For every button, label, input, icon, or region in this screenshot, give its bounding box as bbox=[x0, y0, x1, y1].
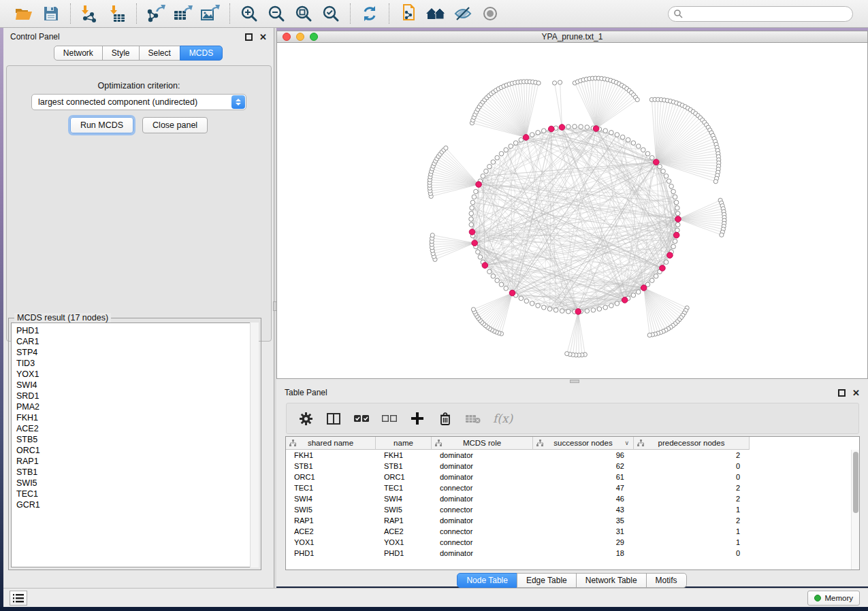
export-table-icon[interactable] bbox=[173, 3, 193, 24]
mcds-result-item[interactable]: ACE2 bbox=[12, 423, 258, 434]
scrollbar-thumb[interactable] bbox=[853, 452, 858, 513]
network-view-window: YPA_prune.txt_1 bbox=[276, 31, 868, 379]
table-row[interactable]: ORC1ORC1dominator610 bbox=[286, 472, 851, 482]
table-row[interactable]: RAP1RAP1dominator352 bbox=[286, 515, 851, 526]
mcds-result-item[interactable]: STB5 bbox=[12, 434, 258, 445]
table-scrollbar[interactable] bbox=[851, 450, 859, 569]
mcds-result-item[interactable]: SWI4 bbox=[12, 380, 258, 391]
tab-style[interactable]: Style bbox=[102, 46, 140, 61]
table-row[interactable]: ACE2ACE2connector311 bbox=[286, 526, 851, 537]
tab-select[interactable]: Select bbox=[139, 46, 180, 61]
memory-button[interactable]: Memory bbox=[807, 591, 860, 606]
column-header-shared-name[interactable]: shared name bbox=[286, 437, 376, 450]
table-cell: RAP1 bbox=[286, 515, 376, 526]
share-document-icon[interactable] bbox=[398, 3, 419, 24]
float-panel-icon[interactable] bbox=[838, 389, 846, 397]
mcds-result-item[interactable]: CAR1 bbox=[12, 336, 258, 347]
deselect-all-icon[interactable] bbox=[381, 410, 398, 427]
import-network-icon[interactable] bbox=[80, 3, 100, 24]
close-panel-icon[interactable]: ✕ bbox=[259, 33, 267, 42]
table-panel-title: Table Panel bbox=[285, 388, 327, 397]
mcds-result-item[interactable]: STP4 bbox=[12, 347, 258, 358]
network-canvas[interactable] bbox=[276, 43, 868, 379]
criterion-dropdown[interactable]: largest connected component (undirected) bbox=[31, 94, 246, 110]
network-graph[interactable] bbox=[277, 43, 867, 378]
save-session-icon[interactable] bbox=[41, 3, 61, 24]
table-cell: 1 bbox=[634, 504, 750, 515]
table-cell: 61 bbox=[533, 472, 634, 482]
node-table-body: FKH1FKH1dominator962STB1STB1dominator620… bbox=[286, 450, 851, 569]
mcds-result-item[interactable]: FKH1 bbox=[12, 412, 258, 423]
mcds-list-scrollbar[interactable] bbox=[250, 323, 259, 567]
search-field[interactable] bbox=[668, 6, 853, 22]
tab-network-table[interactable]: Network Table bbox=[576, 573, 647, 588]
zoom-fit-icon[interactable] bbox=[293, 3, 314, 24]
network-window-titlebar[interactable]: YPA_prune.txt_1 bbox=[276, 31, 868, 43]
mcds-result-item[interactable]: GCR1 bbox=[12, 499, 258, 510]
export-image-icon[interactable] bbox=[200, 3, 221, 24]
control-panel-tabs: NetworkStyleSelectMCDS bbox=[3, 46, 274, 61]
table-row[interactable]: SWI5SWI5connector431 bbox=[286, 504, 851, 515]
home-icon[interactable] bbox=[425, 3, 446, 24]
table-cell: TEC1 bbox=[376, 482, 432, 493]
column-header-MCDS-role[interactable]: MCDS role bbox=[432, 437, 533, 450]
float-panel-icon[interactable] bbox=[245, 33, 253, 41]
table-toolbar: f(x) bbox=[286, 403, 859, 434]
tab-motifs[interactable]: Motifs bbox=[646, 573, 687, 588]
table-cell: RAP1 bbox=[376, 515, 432, 526]
column-header-name[interactable]: name bbox=[376, 437, 432, 450]
table-row[interactable]: YOX1YOX1connector291 bbox=[286, 537, 851, 548]
open-file-icon[interactable] bbox=[14, 3, 34, 24]
import-table-icon[interactable] bbox=[107, 3, 127, 24]
close-panel-icon[interactable]: ✕ bbox=[852, 389, 860, 397]
column-header-successor-nodes[interactable]: successor nodes∨ bbox=[533, 437, 634, 450]
show-column-panel-icon[interactable] bbox=[325, 410, 342, 427]
horizontal-splitter[interactable] bbox=[276, 379, 868, 384]
tab-node-table[interactable]: Node Table bbox=[457, 573, 517, 588]
mcds-result-list[interactable]: PHD1CAR1STP4TID3YOX1SWI4SRD1PMA2FKH1ACE2… bbox=[11, 323, 259, 567]
table-row[interactable]: PHD1PHD1dominator180 bbox=[286, 548, 851, 559]
mcds-result-item[interactable]: STB1 bbox=[12, 467, 258, 478]
close-panel-button[interactable]: Close panel bbox=[142, 117, 208, 133]
table-row[interactable]: TEC1TEC1connector472 bbox=[286, 482, 851, 493]
control-panel-titlebar: Control Panel ✕ bbox=[3, 28, 274, 46]
zoom-selected-icon[interactable] bbox=[321, 3, 341, 24]
mcds-result-item[interactable]: RAP1 bbox=[12, 456, 258, 467]
splitter-grabber[interactable] bbox=[570, 380, 579, 383]
mcds-result-item[interactable]: YOX1 bbox=[12, 369, 258, 380]
show-selected-eye-icon[interactable] bbox=[480, 3, 500, 24]
zoom-in-icon[interactable] bbox=[239, 3, 259, 24]
refresh-icon[interactable] bbox=[359, 3, 380, 24]
tab-mcds[interactable]: MCDS bbox=[180, 46, 223, 61]
mcds-result-item[interactable]: TEC1 bbox=[12, 489, 258, 499]
table-settings-gear-icon[interactable] bbox=[298, 410, 314, 427]
criterion-dropdown-value: largest connected component (undirected) bbox=[38, 97, 197, 107]
column-header-predecessor-nodes[interactable]: predecessor nodes bbox=[634, 437, 750, 450]
network-window-title: YPA_prune.txt_1 bbox=[277, 32, 867, 42]
task-history-button[interactable] bbox=[10, 591, 27, 606]
run-mcds-button[interactable]: Run MCDS bbox=[70, 117, 133, 133]
table-row[interactable]: SWI4SWI4dominator462 bbox=[286, 493, 851, 504]
mcds-result-item[interactable]: PMA2 bbox=[12, 401, 258, 412]
table-cell: 2 bbox=[634, 493, 750, 504]
table-cell: 2 bbox=[634, 482, 750, 493]
mcds-result-item[interactable]: TID3 bbox=[12, 358, 258, 369]
select-all-icon[interactable] bbox=[353, 410, 370, 427]
table-row[interactable]: STB1STB1dominator620 bbox=[286, 461, 851, 472]
table-row[interactable]: FKH1FKH1dominator962 bbox=[286, 450, 851, 461]
add-column-icon[interactable] bbox=[409, 410, 425, 427]
table-cell: 96 bbox=[533, 450, 634, 461]
mcds-result-item[interactable]: SRD1 bbox=[12, 391, 258, 401]
delete-column-icon[interactable] bbox=[437, 410, 453, 427]
mcds-result-item[interactable]: SWI5 bbox=[12, 478, 258, 489]
hide-selected-eye-icon[interactable] bbox=[453, 3, 473, 24]
export-network-icon[interactable] bbox=[146, 3, 166, 24]
table-cell: STB1 bbox=[286, 461, 376, 472]
tab-edge-table[interactable]: Edge Table bbox=[517, 573, 577, 588]
zoom-out-icon[interactable] bbox=[266, 3, 287, 24]
tab-network[interactable]: Network bbox=[54, 46, 103, 61]
search-input[interactable] bbox=[683, 9, 852, 18]
mcds-result-item[interactable]: ORC1 bbox=[12, 445, 258, 456]
table-panel-tabs: Node TableEdge TableNetwork TableMotifs bbox=[276, 573, 868, 588]
mcds-result-item[interactable]: PHD1 bbox=[12, 325, 258, 336]
